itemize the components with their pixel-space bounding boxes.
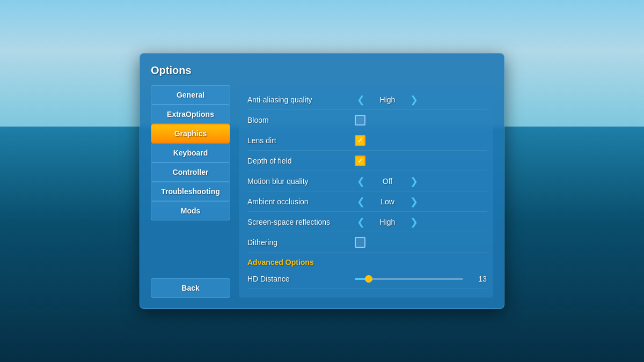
sidebar-btn-keyboard[interactable]: Keyboard — [151, 143, 230, 162]
setting-control-1 — [355, 115, 487, 125]
arrow-value-6: High — [371, 218, 404, 226]
sidebar-btn-extra-options[interactable]: ExtraOptions — [151, 105, 230, 124]
slider-track-row-0: 13 — [355, 275, 487, 283]
setting-row-6: Screen-space reflections❮High❯ — [247, 212, 487, 232]
dialog-body: GeneralExtraOptionsGraphicsKeyboardContr… — [151, 85, 493, 298]
arrow-right-5[interactable]: ❯ — [408, 197, 420, 206]
setting-label-6: Screen-space reflections — [247, 218, 355, 226]
arrow-control-0: ❮High❯ — [355, 95, 487, 105]
arrow-value-0: High — [371, 95, 404, 104]
sidebar-btn-controller[interactable]: Controller — [151, 162, 230, 182]
checkbox-check-3: ✓ — [357, 157, 363, 164]
setting-label-0: Anti-aliasing quality — [247, 95, 355, 104]
arrow-right-0[interactable]: ❯ — [408, 95, 420, 105]
setting-row-5: Ambient occlusion❮Low❯ — [247, 191, 487, 212]
arrow-left-5[interactable]: ❮ — [355, 197, 367, 206]
slider-control-0: 13 — [355, 275, 487, 283]
setting-row-1: Bloom — [247, 110, 487, 130]
arrow-control-4: ❮Off❯ — [355, 176, 487, 186]
sidebar: GeneralExtraOptionsGraphicsKeyboardContr… — [151, 85, 230, 298]
arrow-control-5: ❮Low❯ — [355, 197, 487, 206]
slider-value-0: 13 — [467, 275, 487, 283]
setting-label-5: Ambient occlusion — [247, 197, 355, 206]
setting-control-6: ❮High❯ — [355, 217, 487, 227]
setting-label-3: Depth of field — [247, 157, 355, 165]
arrow-left-4[interactable]: ❮ — [355, 176, 367, 186]
slider-row-0: HD Distance13 — [247, 269, 487, 289]
sidebar-btn-graphics[interactable]: Graphics — [151, 124, 230, 143]
setting-row-7: Dithering — [247, 232, 487, 253]
advanced-options-header: Advanced Options — [247, 253, 487, 269]
setting-control-4: ❮Off❯ — [355, 176, 487, 186]
content-panel: Anti-aliasing quality❮High❯BloomLens dir… — [239, 85, 493, 298]
setting-control-2: ✓ — [355, 135, 487, 146]
arrow-value-4: Off — [371, 177, 404, 186]
slider-track-0[interactable] — [355, 278, 463, 280]
setting-row-4: Motion blur quality❮Off❯ — [247, 171, 487, 191]
sidebar-buttons: GeneralExtraOptionsGraphicsKeyboardContr… — [151, 85, 230, 220]
sliders-rows: HD Distance13Underwater Range20Surface R… — [247, 269, 487, 293]
slider-label-0: HD Distance — [247, 275, 355, 283]
arrow-left-0[interactable]: ❮ — [355, 95, 367, 105]
checkbox-1[interactable] — [355, 115, 365, 125]
dialog-overlay: Options GeneralExtraOptionsGraphicsKeybo… — [0, 0, 644, 362]
sidebar-btn-troubleshooting[interactable]: Troubleshooting — [151, 182, 230, 201]
setting-row-3: Depth of field✓ — [247, 151, 487, 171]
arrow-value-5: Low — [371, 197, 404, 206]
arrow-left-6[interactable]: ❮ — [355, 217, 367, 227]
slider-thumb-0[interactable] — [365, 275, 372, 283]
setting-label-4: Motion blur quality — [247, 177, 355, 186]
checkbox-2[interactable]: ✓ — [355, 135, 365, 146]
setting-control-0: ❮High❯ — [355, 95, 487, 105]
content-inner[interactable]: Anti-aliasing quality❮High❯BloomLens dir… — [239, 90, 493, 293]
setting-label-2: Lens dirt — [247, 136, 355, 145]
setting-label-1: Bloom — [247, 116, 355, 124]
arrow-right-6[interactable]: ❯ — [408, 217, 420, 227]
setting-row-0: Anti-aliasing quality❮High❯ — [247, 90, 487, 110]
sidebar-btn-mods[interactable]: Mods — [151, 201, 230, 220]
setting-control-5: ❮Low❯ — [355, 197, 487, 206]
sidebar-spacer — [151, 224, 230, 271]
dialog-title: Options — [151, 64, 493, 77]
back-button[interactable]: Back — [151, 278, 230, 298]
setting-control-3: ✓ — [355, 156, 487, 166]
settings-rows: Anti-aliasing quality❮High❯BloomLens dir… — [247, 90, 487, 253]
arrow-control-6: ❮High❯ — [355, 217, 487, 227]
arrow-right-4[interactable]: ❯ — [408, 176, 420, 186]
slider-row-1: Underwater Range20 — [247, 289, 487, 293]
checkbox-7[interactable] — [355, 237, 365, 248]
setting-label-7: Dithering — [247, 238, 355, 247]
setting-control-7 — [355, 237, 487, 248]
checkbox-3[interactable]: ✓ — [355, 156, 365, 166]
sidebar-btn-general[interactable]: General — [151, 85, 230, 105]
checkbox-check-2: ✓ — [357, 137, 363, 144]
options-dialog: Options GeneralExtraOptionsGraphicsKeybo… — [140, 53, 504, 309]
setting-row-2: Lens dirt✓ — [247, 130, 487, 151]
